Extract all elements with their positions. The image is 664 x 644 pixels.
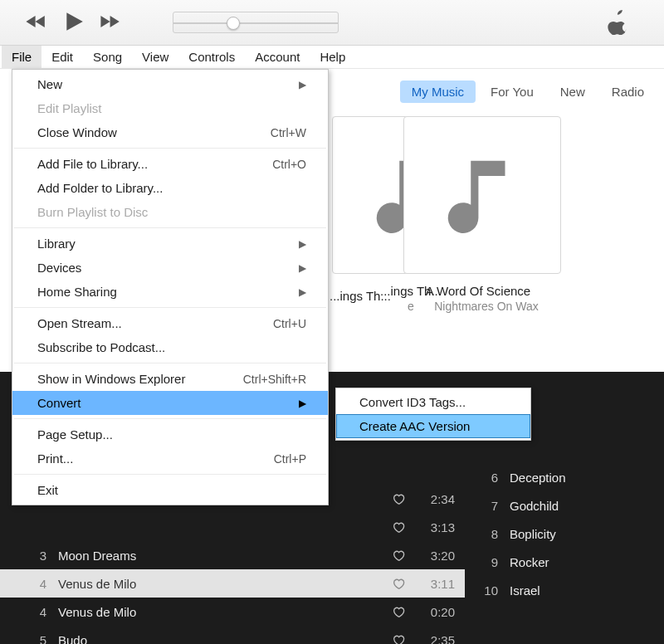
track-title: Godchild [510, 499, 664, 513]
album-artist: Nightmares On Wax [403, 300, 569, 313]
track-title: Israel [510, 583, 664, 598]
track-number: 10 [473, 583, 498, 598]
next-button[interactable] [100, 13, 123, 32]
player-controls [25, 11, 123, 35]
menu-item-label: Subscribe to Podcast... [37, 340, 306, 354]
menu-view[interactable]: View [132, 46, 178, 68]
menu-item-label: Print... [37, 451, 274, 466]
track-row[interactable]: 8Boplicity [465, 520, 664, 548]
menu-shortcut: Ctrl+U [273, 317, 306, 330]
album-title: ...ings Th... [330, 289, 396, 303]
prev-button[interactable] [25, 13, 48, 32]
menu-item-new[interactable]: New▶ [12, 72, 328, 96]
album-card[interactable]: A Word Of Science Nightmares On Wax [403, 116, 569, 313]
menu-item-devices[interactable]: Devices▶ [12, 256, 328, 280]
menu-shortcut: Ctrl+W [271, 126, 306, 139]
chevron-right-icon: ▶ [296, 286, 306, 298]
heart-icon[interactable] [388, 520, 408, 534]
track-time: 3:20 [408, 549, 455, 563]
chevron-right-icon: ▶ [296, 238, 306, 250]
submenu-item-create-aac-version[interactable]: Create AAC Version [336, 414, 530, 438]
track-title: Deception [510, 471, 664, 485]
track-row[interactable]: 4Venus de Milo0:20 [0, 598, 465, 626]
menu-item-label: New [37, 77, 296, 91]
menu-item-label: Convert [37, 396, 296, 410]
track-number: 4 [28, 577, 46, 591]
track-number: 7 [473, 499, 498, 513]
convert-submenu[interactable]: Convert ID3 Tags...Create AAC Version [335, 388, 531, 441]
menu-separator [14, 363, 326, 363]
menu-item-label: Devices [37, 261, 296, 275]
now-playing-display[interactable] [173, 12, 339, 33]
track-number: 6 [473, 471, 498, 485]
track-row[interactable]: 5Budo2:35 [0, 626, 465, 644]
menu-item-label: Add Folder to Library... [37, 181, 306, 195]
heart-icon[interactable] [388, 492, 408, 505]
apple-logo [604, 8, 631, 37]
album-art-placeholder [403, 116, 561, 274]
submenu-item-convert-id3-tags[interactable]: Convert ID3 Tags... [336, 390, 530, 414]
track-row[interactable]: 3:13 [0, 513, 465, 541]
heart-icon[interactable] [388, 605, 408, 618]
track-title: Rocker [510, 555, 664, 569]
menu-item-open-stream[interactable]: Open Stream...Ctrl+U [12, 311, 328, 335]
progress-knob[interactable] [227, 17, 240, 30]
track-number: 8 [473, 527, 498, 541]
menu-item-print[interactable]: Print...Ctrl+P [12, 446, 328, 471]
menu-item-show-in-windows-explorer[interactable]: Show in Windows ExplorerCtrl+Shift+R [12, 367, 328, 391]
menu-item-add-folder-to-library[interactable]: Add Folder to Library... [12, 176, 328, 200]
play-button[interactable] [63, 11, 85, 35]
menu-item-label: Add File to Library... [37, 157, 272, 171]
tab-my-music[interactable]: My Music [400, 80, 476, 103]
track-time: 2:35 [408, 633, 455, 645]
tab-for-you[interactable]: For You [479, 80, 545, 103]
chevron-right-icon: ▶ [296, 398, 306, 409]
menu-help[interactable]: Help [310, 46, 355, 68]
menu-item-add-file-to-library[interactable]: Add File to Library...Ctrl+O [12, 152, 328, 176]
menu-item-subscribe-to-podcast[interactable]: Subscribe to Podcast... [12, 335, 328, 359]
menu-separator [14, 418, 326, 419]
menu-item-label: Exit [37, 483, 306, 497]
track-row[interactable]: 4Venus de Milo3:11 [0, 569, 465, 598]
menu-item-label: Show in Windows Explorer [37, 372, 243, 386]
track-row[interactable]: 7Godchild [465, 491, 664, 520]
menu-item-home-sharing[interactable]: Home Sharing▶ [12, 280, 328, 304]
heart-icon[interactable] [388, 549, 408, 562]
album-title: A Word Of Science [403, 284, 553, 298]
heart-icon[interactable] [388, 633, 408, 644]
menu-item-exit[interactable]: Exit [12, 478, 328, 502]
tab-new[interactable]: New [549, 80, 597, 103]
menu-item-convert[interactable]: Convert▶ [12, 391, 328, 415]
chevron-right-icon: ▶ [296, 79, 306, 90]
menu-shortcut: Ctrl+P [274, 452, 306, 466]
menu-item-close-window[interactable]: Close WindowCtrl+W [12, 120, 328, 144]
player-bar [0, 0, 664, 46]
progress-track [173, 22, 338, 24]
track-row[interactable]: 6Deception [465, 463, 664, 491]
menu-separator [14, 148, 326, 149]
menu-item-library[interactable]: Library▶ [12, 232, 328, 256]
track-row[interactable]: 9Rocker [465, 548, 664, 576]
track-time: 2:34 [408, 492, 455, 506]
menu-item-label: Page Setup... [37, 427, 306, 442]
track-row[interactable]: 3Moon Dreams3:20 [0, 541, 465, 569]
menu-file[interactable]: File [2, 46, 42, 68]
menu-controls[interactable]: Controls [178, 46, 245, 68]
track-number: 4 [28, 605, 46, 619]
menu-edit[interactable]: Edit [42, 46, 83, 68]
chevron-right-icon: ▶ [296, 262, 306, 274]
track-row[interactable]: 10Israel [465, 576, 664, 604]
menu-item-label: Burn Playlist to Disc [37, 205, 306, 219]
track-title: Venus de Milo [58, 577, 388, 591]
track-title: Venus de Milo [58, 605, 388, 619]
heart-icon[interactable] [388, 577, 408, 590]
menu-account[interactable]: Account [245, 46, 310, 68]
menu-shortcut: Ctrl+Shift+R [243, 373, 306, 386]
menu-item-label: Library [37, 237, 296, 251]
menu-song[interactable]: Song [83, 46, 132, 68]
file-menu-dropdown[interactable]: New▶Edit PlaylistClose WindowCtrl+WAdd F… [12, 69, 329, 505]
menu-separator [14, 474, 326, 475]
menu-item-label: Open Stream... [37, 316, 273, 330]
menu-item-page-setup[interactable]: Page Setup... [12, 422, 328, 446]
tab-radio[interactable]: Radio [600, 80, 656, 103]
